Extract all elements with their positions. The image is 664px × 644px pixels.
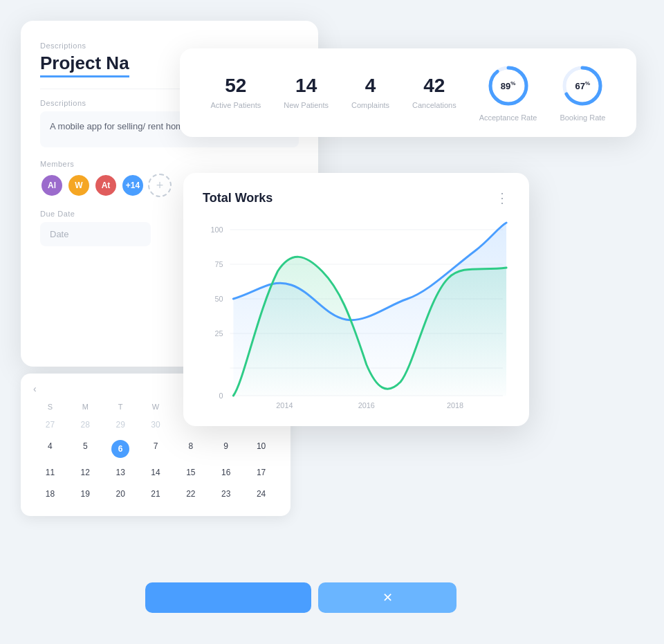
cal-day-7[interactable]: 7 — [139, 436, 173, 461]
svg-text:0: 0 — [219, 392, 223, 400]
avatar-w: W — [67, 174, 91, 197]
svg-text:2018: 2018 — [447, 401, 463, 410]
acceptance-rate-value: 89% — [501, 80, 516, 91]
avatar-plus14: +14 — [121, 174, 145, 197]
cal-day-8[interactable]: 8 — [174, 436, 208, 461]
cal-day-4[interactable]: 4 — [33, 436, 67, 461]
action-bar[interactable] — [145, 582, 311, 613]
kpi-complaints: 4 Complaints — [351, 76, 389, 109]
kpi-cancelations: 42 Cancelations — [412, 76, 456, 109]
cal-day-27[interactable]: 27 — [33, 415, 67, 435]
kpi-complaints-label: Complaints — [351, 101, 389, 109]
booking-rate-value: 67% — [575, 80, 591, 91]
cal-day-15[interactable]: 15 — [174, 463, 208, 483]
cal-day-5[interactable]: 5 — [68, 436, 102, 461]
kpi-booking-rate: 67% Booking Rate — [560, 64, 605, 122]
chart-title: Total Works — [203, 191, 273, 205]
svg-text:75: 75 — [215, 260, 223, 268]
cal-day-20[interactable]: 20 — [104, 484, 138, 504]
svg-text:2016: 2016 — [358, 401, 375, 410]
svg-text:50: 50 — [215, 295, 223, 303]
avatar-add-button[interactable]: + — [148, 174, 172, 197]
cal-day-11[interactable]: 11 — [33, 463, 67, 483]
members-label: Members — [40, 160, 299, 168]
booking-rate-label: Booking Rate — [560, 113, 605, 122]
kpi-card: 52 Active Patients 14 New Patients 4 Com… — [180, 48, 636, 137]
avatar-at: At — [94, 174, 118, 197]
cal-day-18[interactable]: 18 — [33, 484, 67, 504]
cal-day-21[interactable]: 21 — [139, 484, 173, 504]
cal-prev-button[interactable]: ‹ — [33, 383, 37, 394]
cal-day-16[interactable]: 16 — [209, 463, 243, 483]
chart-menu-icon[interactable]: ⋮ — [495, 190, 510, 206]
cal-day-24[interactable]: 24 — [244, 484, 278, 504]
svg-text:25: 25 — [215, 329, 223, 338]
cal-day-30[interactable]: 30 — [139, 415, 173, 435]
cal-header-t1: T — [104, 400, 138, 414]
cal-day-10[interactable]: 10 — [244, 436, 278, 461]
cal-header-s1: S — [33, 400, 67, 414]
kpi-new-patients-value: 14 — [295, 76, 317, 95]
svg-text:100: 100 — [211, 226, 223, 234]
close-bar[interactable]: ✕ — [318, 582, 456, 613]
booking-rate-circle: 67% — [560, 64, 605, 108]
kpi-complaints-value: 4 — [365, 76, 376, 95]
kpi-active-patients: 52 Active Patients — [210, 76, 261, 109]
project-name: Project Na — [40, 53, 129, 77]
cal-day-28[interactable]: 28 — [68, 415, 102, 435]
kpi-cancelations-value: 42 — [423, 76, 445, 95]
cal-header-m: M — [68, 400, 102, 414]
kpi-acceptance-rate: 89% Acceptance Rate — [479, 64, 537, 122]
cal-day-13[interactable]: 13 — [104, 463, 138, 483]
cal-day-6-today[interactable]: 6 — [104, 436, 138, 461]
kpi-active-patients-label: Active Patients — [210, 101, 261, 109]
cal-day-14[interactable]: 14 — [139, 463, 173, 483]
cal-day-23[interactable]: 23 — [209, 484, 243, 504]
cal-day-12[interactable]: 12 — [68, 463, 102, 483]
svg-text:2014: 2014 — [276, 401, 293, 410]
kpi-cancelations-label: Cancelations — [412, 101, 456, 109]
cal-day-17[interactable]: 17 — [244, 463, 278, 483]
acceptance-rate-label: Acceptance Rate — [479, 113, 537, 122]
date-input[interactable]: Date — [40, 222, 151, 246]
cal-day-19[interactable]: 19 — [68, 484, 102, 504]
acceptance-rate-circle: 89% — [486, 64, 531, 108]
kpi-active-patients-value: 52 — [225, 76, 246, 95]
cal-day-29[interactable]: 29 — [104, 415, 138, 435]
cal-day-9[interactable]: 9 — [209, 436, 243, 461]
kpi-new-patients-label: New Patients — [284, 101, 329, 109]
chart-header: Total Works ⋮ — [203, 190, 510, 206]
kpi-new-patients: 14 New Patients — [284, 76, 329, 109]
close-icon: ✕ — [382, 590, 393, 605]
chart-area: 100 75 50 25 0 2014 2016 2018 — [203, 216, 510, 410]
cal-header-w: W — [139, 400, 173, 414]
avatar-al: Al — [40, 174, 64, 197]
chart-card: Total Works ⋮ 100 75 50 25 0 2014 2016 2… — [183, 173, 529, 426]
cal-day-22[interactable]: 22 — [174, 484, 208, 504]
